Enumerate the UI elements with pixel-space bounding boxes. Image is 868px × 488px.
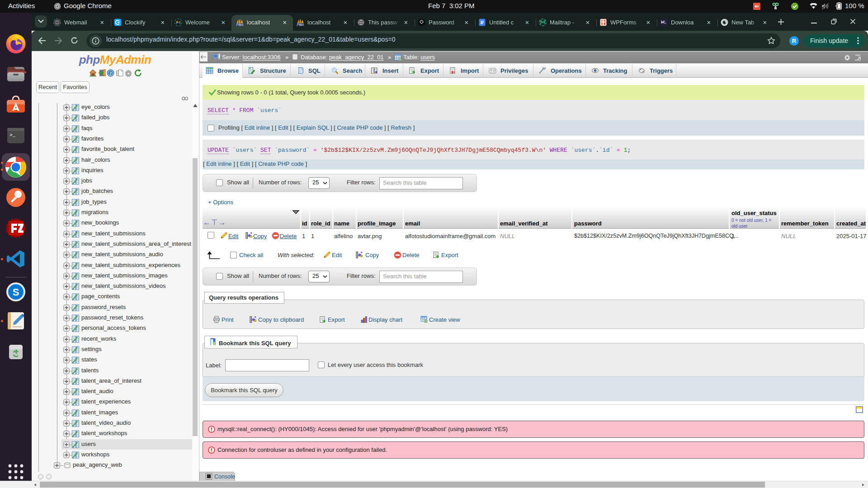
- svg-text:PMA: PMA: [297, 23, 304, 26]
- svg-text:>_: >_: [9, 132, 16, 138]
- svg-text:?: ?: [109, 71, 112, 76]
- svg-text:PMA: PMA: [236, 23, 244, 26]
- svg-text:S: S: [13, 286, 19, 298]
